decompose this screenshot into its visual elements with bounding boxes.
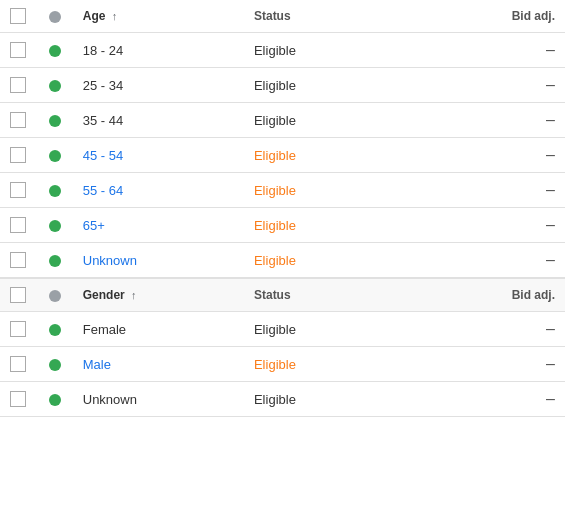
gender-bid-column-label: Bid adj. bbox=[512, 288, 555, 302]
row-dot-cell bbox=[39, 103, 73, 138]
gender-header-dot-col bbox=[39, 278, 73, 312]
age-header-status-col: Status bbox=[244, 0, 437, 33]
row-bid-value: – bbox=[546, 41, 555, 58]
status-dot-icon bbox=[49, 359, 61, 371]
row-status-cell: Eligible bbox=[244, 382, 437, 417]
row-status-cell: Eligible bbox=[244, 312, 437, 347]
row-checkbox[interactable] bbox=[10, 252, 26, 268]
row-bid-value: – bbox=[546, 390, 555, 407]
row-status-cell: Eligible bbox=[244, 33, 437, 68]
status-dot-icon bbox=[49, 150, 61, 162]
row-checkbox-cell bbox=[0, 347, 39, 382]
row-status-cell: Eligible bbox=[244, 103, 437, 138]
gender-sort-icon[interactable]: ↑ bbox=[131, 289, 137, 301]
table-row: 35 - 44Eligible– bbox=[0, 103, 565, 138]
row-checkbox-cell bbox=[0, 208, 39, 243]
row-checkbox[interactable] bbox=[10, 77, 26, 93]
row-dot-cell bbox=[39, 312, 73, 347]
row-bid-value: – bbox=[546, 146, 555, 163]
gender-header-dot-icon bbox=[49, 290, 61, 302]
age-status-column-label: Status bbox=[254, 9, 291, 23]
age-sort-icon[interactable]: ↑ bbox=[112, 10, 118, 22]
table-row: 55 - 64Eligible– bbox=[0, 173, 565, 208]
row-name: 18 - 24 bbox=[83, 43, 123, 58]
row-bid-value: – bbox=[546, 320, 555, 337]
row-checkbox-cell bbox=[0, 138, 39, 173]
row-name[interactable]: Male bbox=[83, 357, 111, 372]
row-name[interactable]: Unknown bbox=[83, 253, 137, 268]
gender-header-row: Gender ↑ Status Bid adj. bbox=[0, 278, 565, 312]
row-status-cell: Eligible bbox=[244, 138, 437, 173]
row-checkbox-cell bbox=[0, 312, 39, 347]
status-dot-icon bbox=[49, 80, 61, 92]
status-dot-icon bbox=[49, 255, 61, 267]
row-name-cell: 35 - 44 bbox=[73, 103, 244, 138]
gender-header-checkbox-col bbox=[0, 278, 39, 312]
row-checkbox-cell bbox=[0, 68, 39, 103]
status-dot-icon bbox=[49, 45, 61, 57]
row-checkbox[interactable] bbox=[10, 321, 26, 337]
row-name: Unknown bbox=[83, 392, 137, 407]
gender-header-name-col: Gender ↑ bbox=[73, 278, 244, 312]
age-header-dot-col bbox=[39, 0, 73, 33]
row-dot-cell bbox=[39, 208, 73, 243]
row-status-cell: Eligible bbox=[244, 173, 437, 208]
row-bid-cell: – bbox=[437, 33, 565, 68]
table-row: UnknownEligible– bbox=[0, 243, 565, 279]
gender-header-checkbox[interactable] bbox=[10, 287, 26, 303]
row-checkbox[interactable] bbox=[10, 217, 26, 233]
status-dot-icon bbox=[49, 185, 61, 197]
row-name-cell: Female bbox=[73, 312, 244, 347]
row-status: Eligible bbox=[254, 253, 296, 268]
row-checkbox[interactable] bbox=[10, 356, 26, 372]
header-dot-icon bbox=[49, 11, 61, 23]
row-status-cell: Eligible bbox=[244, 243, 437, 279]
gender-status-column-label: Status bbox=[254, 288, 291, 302]
row-name-cell: 55 - 64 bbox=[73, 173, 244, 208]
row-status: Eligible bbox=[254, 113, 296, 128]
row-name[interactable]: 45 - 54 bbox=[83, 148, 123, 163]
row-status: Eligible bbox=[254, 218, 296, 233]
row-dot-cell bbox=[39, 243, 73, 279]
row-status: Eligible bbox=[254, 183, 296, 198]
table-row: 25 - 34Eligible– bbox=[0, 68, 565, 103]
row-name-cell: Unknown bbox=[73, 382, 244, 417]
row-name[interactable]: 55 - 64 bbox=[83, 183, 123, 198]
row-checkbox[interactable] bbox=[10, 112, 26, 128]
table-row: FemaleEligible– bbox=[0, 312, 565, 347]
row-name[interactable]: 65+ bbox=[83, 218, 105, 233]
row-name: Female bbox=[83, 322, 126, 337]
row-bid-cell: – bbox=[437, 208, 565, 243]
row-status: Eligible bbox=[254, 148, 296, 163]
row-bid-value: – bbox=[546, 111, 555, 128]
status-dot-icon bbox=[49, 324, 61, 336]
row-name: 25 - 34 bbox=[83, 78, 123, 93]
age-header-bid-col: Bid adj. bbox=[437, 0, 565, 33]
row-bid-value: – bbox=[546, 76, 555, 93]
gender-header-bid-col: Bid adj. bbox=[437, 278, 565, 312]
gender-column-label[interactable]: Gender bbox=[83, 288, 125, 302]
table-row: 45 - 54Eligible– bbox=[0, 138, 565, 173]
row-bid-cell: – bbox=[437, 68, 565, 103]
header-checkbox[interactable] bbox=[10, 8, 26, 24]
row-dot-cell bbox=[39, 173, 73, 208]
age-column-label[interactable]: Age bbox=[83, 9, 106, 23]
row-checkbox[interactable] bbox=[10, 182, 26, 198]
row-status: Eligible bbox=[254, 322, 296, 337]
row-status-cell: Eligible bbox=[244, 208, 437, 243]
row-name-cell: 25 - 34 bbox=[73, 68, 244, 103]
row-checkbox[interactable] bbox=[10, 42, 26, 58]
row-dot-cell bbox=[39, 347, 73, 382]
row-name: 35 - 44 bbox=[83, 113, 123, 128]
age-header-checkbox-col bbox=[0, 0, 39, 33]
row-bid-cell: – bbox=[437, 138, 565, 173]
row-bid-cell: – bbox=[437, 243, 565, 279]
status-dot-icon bbox=[49, 115, 61, 127]
row-checkbox[interactable] bbox=[10, 147, 26, 163]
row-status: Eligible bbox=[254, 392, 296, 407]
row-name-cell: Male bbox=[73, 347, 244, 382]
row-checkbox[interactable] bbox=[10, 391, 26, 407]
row-status: Eligible bbox=[254, 357, 296, 372]
table-row: 65+Eligible– bbox=[0, 208, 565, 243]
row-bid-cell: – bbox=[437, 382, 565, 417]
